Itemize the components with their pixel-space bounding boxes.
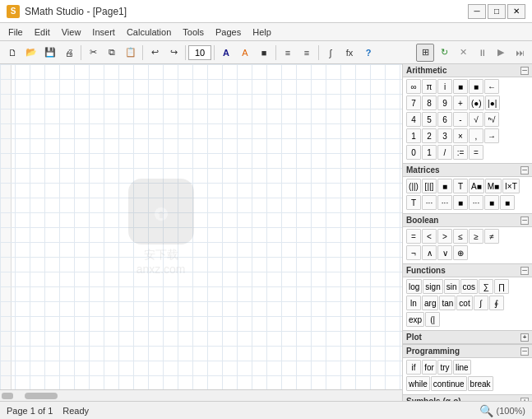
sym-norm[interactable]: |●|	[485, 95, 500, 110]
sym-ellip3[interactable]: ···	[469, 195, 483, 210]
menu-insert[interactable]: Insert	[87, 26, 120, 39]
stop-button[interactable]: ✕	[454, 44, 472, 62]
sym-ln[interactable]: ln	[406, 296, 421, 310]
sym-pi[interactable]: π	[422, 79, 437, 94]
cut-button[interactable]: ✂	[84, 44, 102, 62]
sym-blk[interactable]: ■	[453, 195, 468, 210]
redo-button[interactable]: ↪	[164, 44, 183, 62]
save-button[interactable]: 💾	[41, 44, 59, 62]
sym-arrow[interactable]: →	[484, 128, 499, 143]
h-scroll-thumb[interactable]	[25, 393, 58, 399]
sym-sin[interactable]: sin	[444, 279, 460, 294]
sym-one[interactable]: 1	[422, 145, 437, 160]
sym-sum[interactable]: ∑	[479, 279, 493, 294]
sym-0[interactable]: 0	[406, 145, 421, 160]
sym-line[interactable]: line	[453, 360, 471, 375]
sym-comma[interactable]: ,	[469, 128, 483, 143]
sym-exp[interactable]: exp	[406, 312, 424, 327]
arithmetic-collapse[interactable]: ─	[520, 67, 529, 75]
pause-button[interactable]: ⏸	[473, 44, 491, 62]
sym-row-vec[interactable]: [||]	[422, 179, 437, 193]
sym-or[interactable]: ∨	[437, 245, 452, 260]
plot-collapse[interactable]: +	[520, 333, 529, 342]
sym-aug[interactable]: A■	[469, 179, 484, 193]
fit-button[interactable]: ⊞	[416, 44, 434, 62]
sym-int[interactable]: ∫	[474, 296, 488, 310]
copy-button[interactable]: ⧉	[103, 44, 121, 62]
maximize-button[interactable]: □	[488, 4, 506, 19]
close-button[interactable]: ✕	[507, 4, 525, 19]
sym-and[interactable]: ∧	[422, 245, 437, 260]
sym-5[interactable]: 5	[422, 112, 437, 127]
sym-break[interactable]: break	[468, 376, 493, 391]
open-button[interactable]: 📂	[22, 44, 40, 62]
matrices-collapse[interactable]: ─	[520, 166, 529, 175]
horizontal-scrollbar[interactable]	[0, 389, 402, 401]
sym-mat1[interactable]: ■	[437, 179, 452, 193]
new-button[interactable]: 🗋	[3, 44, 21, 62]
menu-calculation[interactable]: Calculation	[122, 26, 176, 39]
sym-8[interactable]: 8	[422, 95, 437, 110]
sym-col-vec[interactable]: (||)	[406, 179, 421, 193]
sym-tan[interactable]: tan	[439, 296, 456, 310]
sym-t2[interactable]: T	[406, 195, 421, 210]
boolean-collapse[interactable]: ─	[520, 216, 529, 225]
formula-button[interactable]: ∫	[322, 44, 340, 62]
font-size-input[interactable]	[188, 45, 211, 60]
sym-ixm[interactable]: I×T	[502, 179, 520, 193]
sym-while[interactable]: while	[406, 376, 430, 391]
sym-not[interactable]: ¬	[406, 245, 421, 260]
font-button[interactable]: A	[217, 44, 235, 62]
sym-6[interactable]: 6	[437, 112, 452, 127]
forward-button[interactable]: ⏭	[511, 44, 529, 62]
help-button[interactable]: ?	[359, 44, 377, 62]
sym-paren[interactable]: ■	[469, 79, 483, 94]
sym-2[interactable]: 2	[422, 128, 437, 143]
sym-3[interactable]: 3	[437, 128, 452, 143]
sym-inf[interactable]: ∞	[406, 79, 421, 94]
sym-eq[interactable]: =	[469, 145, 483, 160]
sym-sqrt[interactable]: √	[469, 112, 483, 127]
paste-button[interactable]: 📋	[122, 44, 140, 62]
sym-sign[interactable]: sign	[423, 279, 442, 294]
sym-back[interactable]: ←	[484, 79, 499, 94]
sym-dot[interactable]: ■	[453, 79, 468, 94]
sym-blk3[interactable]: ■	[500, 195, 515, 210]
sym-9[interactable]: 9	[437, 95, 452, 110]
sym-log[interactable]: log	[406, 279, 422, 294]
sym-cot[interactable]: cot	[456, 296, 472, 310]
fx-button[interactable]: fx	[340, 44, 359, 62]
sym-nthroot[interactable]: ⁿ√	[484, 112, 499, 127]
align-right-button[interactable]: ≡	[298, 44, 316, 62]
sym-minus[interactable]: -	[453, 112, 468, 127]
sym-blk2[interactable]: ■	[484, 195, 499, 210]
sym-4[interactable]: 4	[406, 112, 421, 127]
sym-prod[interactable]: ∏	[494, 279, 509, 294]
sym-continue[interactable]: continue	[431, 376, 467, 391]
sym-7[interactable]: 7	[406, 95, 421, 110]
sym-transpose[interactable]: T	[453, 179, 468, 193]
sym-arg[interactable]: arg	[422, 296, 438, 310]
sym-if[interactable]: if	[406, 360, 421, 375]
sym-div[interactable]: /	[437, 145, 452, 160]
programming-collapse[interactable]: ─	[520, 347, 529, 356]
play-button[interactable]: ▶	[492, 44, 510, 62]
sym-lt[interactable]: <	[422, 229, 437, 244]
undo-button[interactable]: ↩	[146, 44, 164, 62]
menu-edit[interactable]: Edit	[30, 26, 55, 39]
sym-i[interactable]: i	[437, 79, 452, 94]
sym-mat2[interactable]: M■	[485, 179, 502, 193]
border-button[interactable]: ■	[255, 44, 273, 62]
sym-ellip1[interactable]: ···	[422, 195, 437, 210]
sym-abs[interactable]: (●)	[469, 95, 484, 110]
sym-oint[interactable]: ∮	[489, 296, 504, 310]
print-button[interactable]: 🖨	[60, 44, 78, 62]
sym-times[interactable]: ×	[453, 128, 468, 143]
h-scroll-left-btn[interactable]	[2, 393, 13, 399]
sym-plus[interactable]: +	[453, 95, 468, 110]
color-button[interactable]: A	[236, 44, 254, 62]
sym-1[interactable]: 1	[406, 128, 421, 143]
sym-try[interactable]: try	[437, 360, 452, 375]
sym-le[interactable]: ≤	[453, 229, 468, 244]
minimize-button[interactable]: ─	[468, 4, 486, 19]
